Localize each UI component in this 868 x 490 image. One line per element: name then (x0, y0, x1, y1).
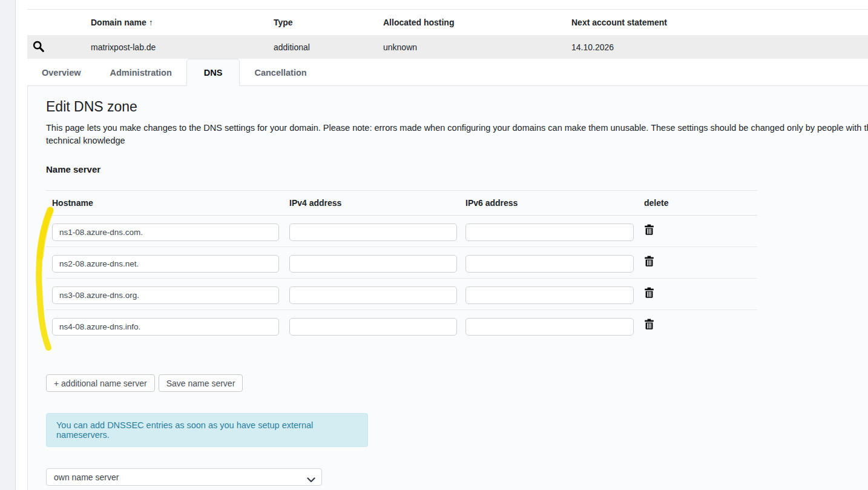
name-server-section-title: Name server (46, 164, 868, 174)
column-header-type[interactable]: Type (274, 18, 383, 27)
tab-cancellation[interactable]: Cancellation (240, 59, 321, 86)
top-spacer (27, 0, 868, 9)
inspect-domain-button[interactable] (32, 40, 45, 55)
domain-name-cell: matrixpost-lab.de (91, 42, 274, 52)
tab-dns[interactable]: DNS (186, 59, 240, 86)
search-icon (32, 40, 45, 55)
domain-table-header-row: Domain name ↑ Type Allocated hosting Nex… (27, 10, 868, 35)
page-description-line-1: This page lets you make changes to the D… (46, 122, 868, 134)
ipv6-input-2[interactable] (465, 255, 634, 273)
dns-tab-panel: Edit DNS zone This page lets you make ch… (27, 86, 868, 490)
trash-icon (644, 256, 654, 268)
hostname-input-4[interactable] (52, 318, 279, 336)
name-server-table: Hostname IPv4 address IPv6 address delet… (46, 190, 757, 342)
tab-overview[interactable]: Overview (27, 59, 96, 86)
hostname-input-1[interactable] (52, 223, 279, 241)
add-name-server-button[interactable]: + additional name server (46, 374, 155, 392)
domain-row: matrixpost-lab.de additional unknown 14.… (27, 35, 868, 59)
column-header-ipv4: IPv4 address (283, 198, 461, 208)
column-header-next-account-statement[interactable]: Next account statement (571, 18, 868, 27)
sort-ascending-icon: ↑ (149, 18, 153, 27)
allocated-hosting-cell: unknown (383, 42, 571, 52)
name-server-row-4 (46, 310, 757, 342)
hostname-input-3[interactable] (52, 286, 279, 304)
column-header-hostname: Hostname (46, 198, 283, 208)
delete-name-server-button-3[interactable] (644, 287, 654, 300)
ipv4-input-4[interactable] (289, 318, 457, 336)
ipv4-input-2[interactable] (289, 255, 457, 273)
trash-icon (644, 224, 654, 237)
dnssec-info-box: You can add DNSSEC entries as soon as yo… (46, 413, 368, 447)
ipv6-input-3[interactable] (465, 286, 634, 304)
delete-name-server-button-1[interactable] (644, 224, 654, 237)
name-server-row-1 (46, 216, 757, 247)
domain-tabs: Overview Administration DNS Cancellation (27, 59, 868, 86)
next-statement-cell: 14.10.2026 (571, 42, 868, 52)
name-server-table-header: Hostname IPv4 address IPv6 address delet… (46, 191, 757, 216)
trash-icon (644, 319, 654, 331)
domain-name-header-label: Domain name (91, 18, 146, 27)
collapsed-sidebar-edge (0, 0, 16, 490)
column-header-domain-name[interactable]: Domain name ↑ (91, 18, 274, 27)
delete-name-server-button-2[interactable] (644, 256, 654, 268)
name-server-actions: + additional name server Save name serve… (46, 374, 868, 392)
page-title: Edit DNS zone (46, 99, 868, 115)
domain-type-cell: additional (274, 42, 383, 52)
ipv6-input-4[interactable] (465, 318, 634, 336)
name-server-type-select[interactable]: own name server (46, 468, 322, 486)
trash-icon (644, 287, 654, 300)
tab-administration[interactable]: Administration (96, 59, 186, 86)
save-name-server-button[interactable]: Save name server (159, 374, 243, 392)
column-header-delete: delete (638, 198, 757, 208)
column-header-ipv6: IPv6 address (461, 198, 638, 208)
name-server-type-select-wrap: own name server (46, 468, 322, 486)
name-server-row-2 (46, 247, 757, 279)
page-description-line-2: technical knowledge (46, 134, 868, 147)
domain-table: Domain name ↑ Type Allocated hosting Nex… (27, 9, 868, 59)
ipv6-input-1[interactable] (465, 223, 634, 241)
ipv4-input-1[interactable] (289, 223, 457, 241)
ipv4-input-3[interactable] (289, 286, 457, 304)
column-header-allocated-hosting[interactable]: Allocated hosting (383, 18, 571, 27)
name-server-row-3 (46, 279, 757, 310)
delete-name-server-button-4[interactable] (644, 319, 654, 331)
hostname-input-2[interactable] (52, 255, 279, 273)
